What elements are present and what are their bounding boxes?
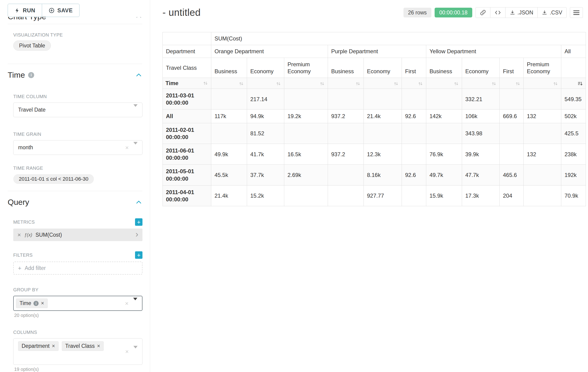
- clear-all-icon[interactable]: ×: [125, 348, 129, 355]
- sort-header[interactable]: [284, 78, 328, 89]
- pivot-row-header: 2011-02-01 00:00:00: [163, 123, 211, 144]
- pivot-cell: 502k: [561, 109, 586, 123]
- pivot-cell: 549.35: [561, 89, 586, 109]
- sort-header[interactable]: [402, 78, 426, 89]
- download-json-button[interactable]: .JSON: [505, 7, 538, 18]
- remove-metric-icon[interactable]: ×: [17, 231, 21, 239]
- remove-chip-icon[interactable]: ×: [41, 300, 44, 307]
- time-column-label: TIME COLUMN: [13, 94, 142, 99]
- pivot-cell: [364, 89, 402, 109]
- pivot-cell: [402, 89, 426, 109]
- page-title[interactable]: - untitled: [162, 7, 200, 18]
- time-range-label: TIME RANGE: [13, 166, 142, 171]
- add-filter-box[interactable]: + Add filter: [13, 262, 142, 275]
- pivot-cell: 21.4k: [211, 185, 247, 206]
- pivot-cell: 15.2k: [247, 185, 284, 206]
- sort-header[interactable]: [211, 78, 247, 89]
- metric-chip[interactable]: × ƒ(x) SUM(Cost) ›: [13, 229, 142, 241]
- time-grain-label: TIME GRAIN: [13, 132, 142, 137]
- add-filter-button[interactable]: +: [135, 251, 142, 259]
- run-save-button-group: RUN SAVE: [8, 4, 80, 17]
- time-sort-header[interactable]: Time: [163, 78, 211, 89]
- group-by-chip[interactable]: Time i ×: [16, 298, 48, 308]
- time-column-value: Travel Date: [18, 107, 46, 113]
- time-grain-select[interactable]: month ×: [13, 140, 142, 155]
- add-metric-button[interactable]: +: [135, 218, 142, 226]
- columns-label: COLUMNS: [13, 330, 142, 335]
- pivot-row: 2011-06-01 00:00:0049.9k41.7k16.5k937.21…: [163, 144, 586, 164]
- chevron-up-icon[interactable]: [135, 72, 142, 79]
- pivot-row: 2011-03-01 00:00:00217.14332.21549.35: [163, 89, 586, 109]
- pivot-row-header: 2011-03-01 00:00:00: [163, 89, 211, 109]
- pivot-cell: [500, 144, 524, 164]
- menu-button[interactable]: [570, 7, 583, 18]
- pivot-cell: 192k: [561, 165, 586, 185]
- pivot-cell: [402, 185, 426, 206]
- chevron-down-icon[interactable]: [133, 300, 137, 307]
- divider: [8, 24, 142, 24]
- group-by-select[interactable]: Time i × ×: [13, 296, 142, 311]
- divider: [8, 64, 142, 64]
- sort-desc-icon: [577, 81, 583, 86]
- visualization-type-pill[interactable]: Pivot Table: [13, 41, 51, 51]
- divider: [8, 191, 142, 191]
- pivot-cell: [328, 165, 364, 185]
- sort-header[interactable]: [500, 78, 524, 89]
- pivot-cell: [284, 89, 328, 109]
- chevron-down-icon[interactable]: [133, 349, 137, 355]
- chevron-down-icon[interactable]: [133, 144, 137, 151]
- pivot-cell: 45.5k: [211, 165, 247, 185]
- chevron-up-icon[interactable]: [135, 199, 142, 206]
- sort-header[interactable]: [247, 78, 284, 89]
- query-section-header[interactable]: Query: [8, 198, 142, 207]
- pivot-cell: 927.77: [364, 185, 402, 206]
- code-icon: [494, 10, 501, 16]
- embed-code-button[interactable]: [490, 7, 505, 18]
- sort-icon: [355, 81, 361, 86]
- chevron-down-icon[interactable]: [133, 107, 137, 113]
- control-panel: RUN SAVE Chart Type VISUALIZATION TYPE P…: [0, 0, 150, 372]
- time-section-header[interactable]: Time i: [8, 70, 142, 80]
- time-range-pill[interactable]: 2011-01-01 ≤ col < 2011-06-30: [13, 174, 94, 184]
- visualization-type-label: VISUALIZATION TYPE: [13, 32, 142, 38]
- remove-chip-icon[interactable]: ×: [52, 343, 55, 349]
- sort-header[interactable]: [426, 78, 462, 89]
- download-csv-label: .CSV: [550, 10, 562, 16]
- column-chip-travel-class[interactable]: Travel Class ×: [62, 341, 104, 351]
- save-button-label: SAVE: [57, 7, 73, 14]
- sort-header[interactable]: [328, 78, 364, 89]
- clear-all-icon[interactable]: ×: [125, 300, 128, 307]
- sort-header[interactable]: [524, 78, 561, 89]
- pivot-row-header: 2011-06-01 00:00:00: [163, 144, 211, 164]
- pivot-cell: 132: [524, 144, 561, 164]
- run-button[interactable]: RUN: [8, 4, 42, 17]
- columns-select[interactable]: Department × Travel Class × ×: [13, 338, 142, 365]
- pivot-cell: [328, 123, 364, 144]
- travel-class-col-header: Business: [211, 58, 247, 78]
- time-column-select[interactable]: Travel Date: [13, 103, 142, 117]
- pivot-cell: 76.9k: [426, 144, 462, 164]
- pivot-cell: 142k: [426, 109, 462, 123]
- pivot-corner-cell: [163, 32, 211, 45]
- save-button[interactable]: SAVE: [42, 4, 80, 17]
- pivot-cell: 937.2: [328, 144, 364, 164]
- sort-icon: [319, 81, 325, 86]
- pivot-cell: 217.14: [247, 89, 284, 109]
- pivot-cell: 39.9k: [462, 144, 500, 164]
- clear-icon[interactable]: ×: [125, 144, 129, 151]
- remove-chip-icon[interactable]: ×: [97, 343, 100, 349]
- pivot-cell: 49.7k: [426, 165, 462, 185]
- download-csv-button[interactable]: .CSV: [537, 7, 567, 18]
- pivot-table-container: SUM(Cost)DepartmentOrange DepartmentPurp…: [162, 32, 588, 206]
- travel-class-col-header: Premium Economy: [524, 58, 561, 78]
- travel-class-col-header: Business: [328, 58, 364, 78]
- sort-header[interactable]: [561, 78, 586, 89]
- sort-header[interactable]: [462, 78, 500, 89]
- pivot-cell: [402, 144, 426, 164]
- copy-link-button[interactable]: [475, 7, 490, 18]
- sort-icon: [553, 81, 558, 86]
- chevron-right-icon[interactable]: ›: [136, 230, 138, 239]
- group-by-options-hint: 20 option(s): [14, 313, 142, 318]
- sort-header[interactable]: [364, 78, 402, 89]
- column-chip-department[interactable]: Department ×: [18, 341, 59, 351]
